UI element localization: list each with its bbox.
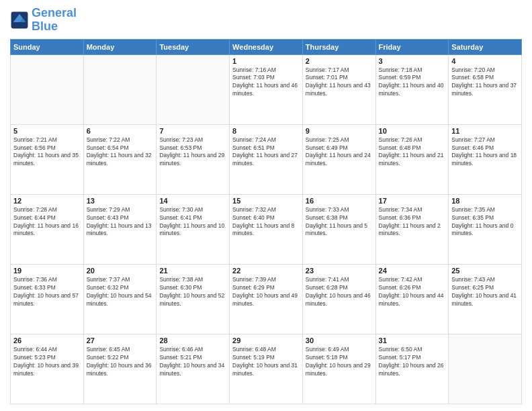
day-info: Sunrise: 7:23 AM Sunset: 6:53 PM Dayligh…: [159, 136, 226, 169]
calendar-cell: 15Sunrise: 7:32 AM Sunset: 6:40 PM Dayli…: [230, 194, 303, 264]
calendar-cell: 29Sunrise: 6:48 AM Sunset: 5:19 PM Dayli…: [230, 334, 303, 404]
day-info: Sunrise: 7:42 AM Sunset: 6:26 PM Dayligh…: [379, 276, 446, 308]
calendar-cell: 14Sunrise: 7:30 AM Sunset: 6:41 PM Dayli…: [157, 194, 230, 264]
day-info: Sunrise: 7:26 AM Sunset: 6:48 PM Dayligh…: [379, 136, 446, 169]
day-info: Sunrise: 6:45 AM Sunset: 5:22 PM Dayligh…: [87, 346, 154, 378]
day-info: Sunrise: 7:34 AM Sunset: 6:36 PM Dayligh…: [379, 206, 446, 238]
day-info: Sunrise: 7:43 AM Sunset: 6:25 PM Dayligh…: [451, 276, 519, 308]
weekday-header-saturday: Saturday: [449, 39, 522, 54]
logo-text: General Blue: [32, 7, 77, 34]
day-info: Sunrise: 7:36 AM Sunset: 6:33 PM Dayligh…: [13, 276, 81, 308]
day-info: Sunrise: 7:17 AM Sunset: 7:01 PM Dayligh…: [306, 66, 373, 99]
day-number: 8: [232, 127, 300, 135]
calendar-cell: [83, 54, 157, 124]
calendar-cell: 5Sunrise: 7:21 AM Sunset: 6:56 PM Daylig…: [11, 124, 84, 194]
day-info: Sunrise: 7:32 AM Sunset: 6:40 PM Dayligh…: [232, 206, 300, 238]
calendar-cell: 25Sunrise: 7:43 AM Sunset: 6:25 PM Dayli…: [449, 264, 522, 334]
day-number: 20: [87, 267, 154, 275]
calendar-cell: 13Sunrise: 7:29 AM Sunset: 6:43 PM Dayli…: [83, 194, 157, 264]
weekday-header-sunday: Sunday: [11, 39, 84, 54]
day-info: Sunrise: 7:29 AM Sunset: 6:43 PM Dayligh…: [87, 206, 154, 238]
day-info: Sunrise: 7:22 AM Sunset: 6:54 PM Dayligh…: [87, 136, 154, 169]
day-info: Sunrise: 7:20 AM Sunset: 6:58 PM Dayligh…: [451, 66, 519, 99]
day-number: 10: [379, 127, 446, 135]
calendar-cell: 21Sunrise: 7:38 AM Sunset: 6:30 PM Dayli…: [157, 264, 230, 334]
logo-icon: [10, 11, 29, 30]
day-number: 31: [379, 336, 446, 345]
day-number: 1: [232, 57, 300, 65]
day-number: 19: [13, 267, 81, 275]
day-info: Sunrise: 6:44 AM Sunset: 5:23 PM Dayligh…: [13, 346, 81, 378]
calendar-cell: 20Sunrise: 7:37 AM Sunset: 6:32 PM Dayli…: [83, 264, 157, 334]
day-number: 2: [306, 57, 373, 65]
weekday-header-wednesday: Wednesday: [230, 39, 303, 54]
day-number: 14: [159, 197, 226, 205]
day-number: 16: [306, 197, 373, 205]
calendar-cell: 2Sunrise: 7:17 AM Sunset: 7:01 PM Daylig…: [302, 54, 375, 124]
day-number: 27: [87, 336, 154, 345]
day-info: Sunrise: 7:35 AM Sunset: 6:35 PM Dayligh…: [451, 206, 519, 238]
calendar-cell: [449, 334, 522, 404]
page-container: General Blue SundayMondayTuesdayWednesda…: [0, 0, 532, 411]
day-number: 4: [451, 57, 519, 65]
day-number: 21: [159, 267, 226, 275]
logo: General Blue: [10, 7, 77, 34]
day-number: 5: [13, 127, 81, 135]
day-number: 30: [306, 336, 373, 345]
calendar-cell: 18Sunrise: 7:35 AM Sunset: 6:35 PM Dayli…: [449, 194, 522, 264]
calendar-cell: 17Sunrise: 7:34 AM Sunset: 6:36 PM Dayli…: [375, 194, 449, 264]
calendar-cell: 31Sunrise: 6:50 AM Sunset: 5:17 PM Dayli…: [375, 334, 449, 404]
calendar-cell: [157, 54, 230, 124]
day-info: Sunrise: 7:41 AM Sunset: 6:28 PM Dayligh…: [306, 276, 373, 308]
calendar-cell: 1Sunrise: 7:16 AM Sunset: 7:03 PM Daylig…: [230, 54, 303, 124]
calendar-cell: 7Sunrise: 7:23 AM Sunset: 6:53 PM Daylig…: [157, 124, 230, 194]
calendar-cell: 8Sunrise: 7:24 AM Sunset: 6:51 PM Daylig…: [230, 124, 303, 194]
day-info: Sunrise: 7:18 AM Sunset: 6:59 PM Dayligh…: [379, 66, 446, 99]
calendar-cell: 23Sunrise: 7:41 AM Sunset: 6:28 PM Dayli…: [302, 264, 375, 334]
day-info: Sunrise: 7:28 AM Sunset: 6:44 PM Dayligh…: [13, 206, 81, 238]
day-info: Sunrise: 6:48 AM Sunset: 5:19 PM Dayligh…: [232, 346, 300, 378]
page-header: General Blue: [10, 7, 522, 34]
calendar-cell: 10Sunrise: 7:26 AM Sunset: 6:48 PM Dayli…: [375, 124, 449, 194]
day-number: 9: [306, 127, 373, 135]
calendar-cell: 30Sunrise: 6:49 AM Sunset: 5:18 PM Dayli…: [302, 334, 375, 404]
calendar-cell: 12Sunrise: 7:28 AM Sunset: 6:44 PM Dayli…: [11, 194, 84, 264]
day-number: 24: [379, 267, 446, 275]
calendar-cell: 9Sunrise: 7:25 AM Sunset: 6:49 PM Daylig…: [302, 124, 375, 194]
weekday-header-tuesday: Tuesday: [157, 39, 230, 54]
day-number: 29: [232, 336, 300, 345]
day-number: 6: [87, 127, 154, 135]
day-number: 11: [451, 127, 519, 135]
calendar-cell: 28Sunrise: 6:46 AM Sunset: 5:21 PM Dayli…: [157, 334, 230, 404]
calendar-cell: [11, 54, 84, 124]
calendar-cell: 24Sunrise: 7:42 AM Sunset: 6:26 PM Dayli…: [375, 264, 449, 334]
weekday-header-monday: Monday: [83, 39, 157, 54]
day-info: Sunrise: 7:25 AM Sunset: 6:49 PM Dayligh…: [306, 136, 373, 169]
calendar-cell: 11Sunrise: 7:27 AM Sunset: 6:46 PM Dayli…: [449, 124, 522, 194]
calendar-cell: 26Sunrise: 6:44 AM Sunset: 5:23 PM Dayli…: [11, 334, 84, 404]
day-number: 15: [232, 197, 300, 205]
calendar-cell: 3Sunrise: 7:18 AM Sunset: 6:59 PM Daylig…: [375, 54, 449, 124]
calendar-table: SundayMondayTuesdayWednesdayThursdayFrid…: [10, 39, 522, 404]
calendar-cell: 19Sunrise: 7:36 AM Sunset: 6:33 PM Dayli…: [11, 264, 84, 334]
day-number: 7: [159, 127, 226, 135]
day-info: Sunrise: 7:30 AM Sunset: 6:41 PM Dayligh…: [159, 206, 226, 238]
day-number: 3: [379, 57, 446, 65]
day-number: 22: [232, 267, 300, 275]
day-info: Sunrise: 7:27 AM Sunset: 6:46 PM Dayligh…: [451, 136, 519, 169]
day-info: Sunrise: 6:46 AM Sunset: 5:21 PM Dayligh…: [159, 346, 226, 378]
calendar-cell: 4Sunrise: 7:20 AM Sunset: 6:58 PM Daylig…: [449, 54, 522, 124]
weekday-header-friday: Friday: [375, 39, 449, 54]
day-info: Sunrise: 7:39 AM Sunset: 6:29 PM Dayligh…: [232, 276, 300, 308]
day-info: Sunrise: 7:37 AM Sunset: 6:32 PM Dayligh…: [87, 276, 154, 308]
day-number: 17: [379, 197, 446, 205]
day-info: Sunrise: 7:38 AM Sunset: 6:30 PM Dayligh…: [159, 276, 226, 308]
calendar-cell: 16Sunrise: 7:33 AM Sunset: 6:38 PM Dayli…: [302, 194, 375, 264]
calendar-cell: 27Sunrise: 6:45 AM Sunset: 5:22 PM Dayli…: [83, 334, 157, 404]
calendar-cell: 6Sunrise: 7:22 AM Sunset: 6:54 PM Daylig…: [83, 124, 157, 194]
day-info: Sunrise: 6:50 AM Sunset: 5:17 PM Dayligh…: [379, 346, 446, 378]
day-info: Sunrise: 7:21 AM Sunset: 6:56 PM Dayligh…: [13, 136, 81, 169]
day-number: 18: [451, 197, 519, 205]
day-info: Sunrise: 7:16 AM Sunset: 7:03 PM Dayligh…: [232, 66, 300, 99]
day-number: 12: [13, 197, 81, 205]
